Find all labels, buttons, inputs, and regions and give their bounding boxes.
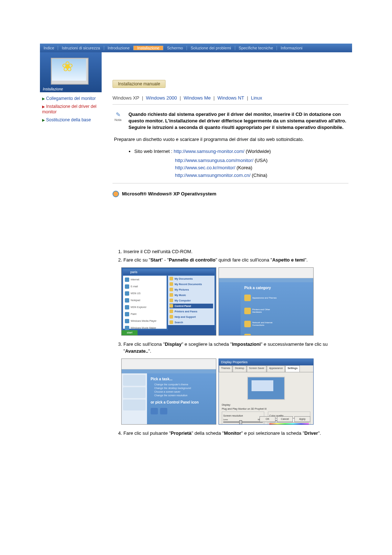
link-samsungusa[interactable]: http://www.samsungusa.com/monitor/ (175, 158, 253, 163)
site-list-item: Sito web Internet : http://www.samsung-m… (134, 148, 348, 155)
nav-indice[interactable]: Indice (40, 46, 58, 50)
step-3: Fare clic sull'icona "Display" e sceglie… (123, 341, 348, 355)
os-link-me[interactable]: Windows Me (184, 95, 211, 101)
top-nav: Indice Istruzioni di sicurezza Introduzi… (40, 44, 352, 52)
link-samsung-monitor[interactable]: http://www.samsung-monitor.com/ (173, 149, 244, 154)
nav-schermo[interactable]: Schermo (163, 46, 187, 50)
screenshot-control-panel: Pick a category Appearance and Themes Pr… (219, 267, 314, 336)
os-link-linux[interactable]: Linux (251, 95, 262, 101)
note-text: Quando richiesto dal sistema operativo p… (128, 111, 348, 131)
os-link-nt[interactable]: Windows NT (217, 95, 244, 101)
arrow-icon: ▶ (42, 118, 45, 122)
bullet-icon (113, 191, 119, 197)
sidebar-hero-image: Installazione (40, 52, 102, 92)
nota-icon: ✎Nota (113, 111, 123, 122)
link-sec-kr[interactable]: http://www.sec.co.kr/monitor/ (175, 165, 235, 170)
main-content: Installazione manuale Windows XP | Windo… (102, 52, 352, 438)
os-link-2000[interactable]: Windows 2000 (146, 95, 177, 101)
sidebar-link-collegamento[interactable]: ▶Collegamento del monitor (42, 96, 99, 102)
prepare-text: Preparare un dischetto vuoto e scaricare… (114, 136, 348, 143)
sidebar-link-sostituzione[interactable]: ▶Sostituzione della base (42, 117, 99, 123)
screenshot-display-properties: Display Properties Themes Desktop Screen… (219, 358, 314, 425)
step-4: Fare clic sul pulsante "Proprietà" della… (123, 430, 348, 437)
os-link-row: Windows XP | Windows 2000 | Windows Me |… (113, 95, 348, 101)
arrow-icon: ▶ (42, 105, 45, 109)
divider (113, 104, 348, 105)
nav-soluzione[interactable]: Soluzione dei problemi (187, 46, 235, 50)
nav-installazione[interactable]: Installazione (134, 46, 163, 50)
screenshot-start-menu: paris Internet E-mail MSN US Notepad MSN… (121, 267, 216, 336)
nav-introduzione[interactable]: Introduzione (104, 46, 134, 50)
sidebar: Installazione ▶Collegamento del monitor … (40, 52, 102, 438)
divider (113, 183, 348, 183)
screenshot-appearance-themes: Pick a task... Change the computer's the… (121, 358, 216, 425)
nav-specifiche[interactable]: Specifiche tecniche (235, 46, 277, 50)
step-2: Fare clic su "Start" - "Pannello di cont… (123, 256, 348, 264)
os-link-xp[interactable]: Windows XP (113, 95, 139, 101)
arrow-icon: ▶ (42, 97, 45, 101)
nav-informazioni[interactable]: Informazioni (277, 46, 306, 50)
sidebar-hero-caption: Installazione (43, 87, 63, 91)
os-heading-xp: Microsoft® Windows® XP Operativsystem (113, 191, 348, 197)
step-1: Inserire il CD nell'unità CD-ROM. (123, 248, 348, 255)
link-samsungmonitor-cn[interactable]: http://www.samsungmonitor.com.cn/ (175, 173, 250, 178)
sidebar-link-installazione-driver[interactable]: ▶Installazione del driver del monitor (42, 104, 99, 115)
section-tab-manual-install: Installazione manuale (113, 80, 166, 88)
nav-istruzioni[interactable]: Istruzioni di sicurezza (58, 46, 104, 50)
